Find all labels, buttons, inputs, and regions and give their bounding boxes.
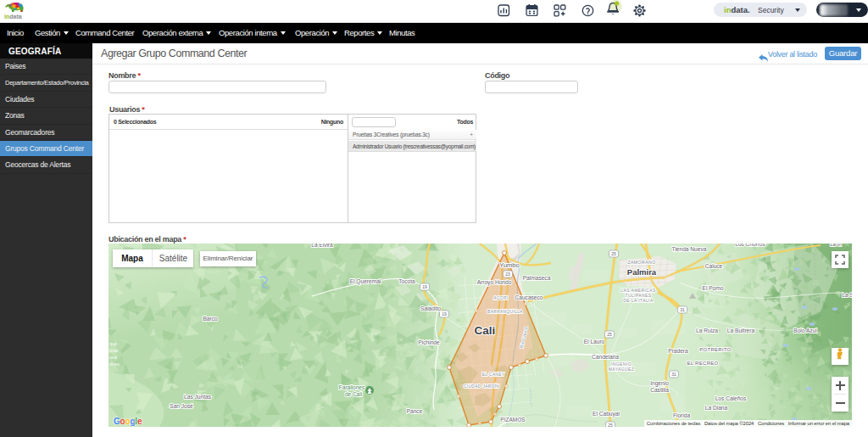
svg-text:Pance: Pance bbox=[407, 408, 423, 414]
svg-text:EL CANEY: EL CANEY bbox=[482, 373, 505, 377]
svg-text:19: 19 bbox=[442, 311, 447, 317]
svg-text:Los Chorros: Los Chorros bbox=[735, 244, 765, 247]
svg-text:31: 31 bbox=[671, 372, 676, 377]
svg-text:POTRERITO: POTRERITO bbox=[699, 347, 732, 352]
svg-text:25: 25 bbox=[607, 332, 612, 337]
svg-text:ural: ural bbox=[109, 355, 117, 360]
svg-text:23: 23 bbox=[505, 272, 510, 277]
svg-text:Tienda Nueva: Tienda Nueva bbox=[672, 246, 707, 252]
svg-text:La Ruiza: La Ruiza bbox=[696, 328, 718, 333]
svg-text:CIUDAD JARDÍN: CIUDAD JARDÍN bbox=[464, 384, 499, 389]
svg-text:Saladito: Saladito bbox=[420, 305, 441, 311]
svg-text:BARRANQUILLA: BARRANQUILLA bbox=[487, 310, 523, 314]
svg-text:ACOPI: ACOPI bbox=[494, 296, 509, 300]
svg-text:PIZAMOS: PIZAMOS bbox=[500, 417, 526, 423]
svg-text:Farallones: Farallones bbox=[339, 384, 365, 390]
svg-text:Bolo Azul: Bolo Azul bbox=[793, 328, 817, 333]
svg-text:indata: indata bbox=[4, 14, 22, 20]
svg-text:ones: ones bbox=[109, 361, 120, 367]
svg-text:Palmira: Palmira bbox=[627, 267, 657, 277]
svg-text:El Cabuyal: El Cabuyal bbox=[593, 411, 620, 417]
svg-text:La Elvira: La Elvira bbox=[311, 244, 333, 248]
svg-text:La Vi: La Vi bbox=[830, 244, 842, 247]
svg-text:de Cali: de Cali bbox=[345, 391, 362, 397]
svg-text:El Queremal: El Queremal bbox=[350, 278, 381, 285]
svg-text:DE LA ITALIA: DE LA ITALIA bbox=[623, 298, 654, 303]
svg-text:Pichinde: Pichinde bbox=[418, 339, 440, 345]
svg-text:La Diana: La Diana bbox=[705, 405, 728, 411]
svg-text:El Lauro: El Lauro bbox=[584, 339, 605, 345]
svg-text:El Pomo: El Pomo bbox=[703, 285, 724, 291]
svg-text:25: 25 bbox=[611, 251, 616, 256]
svg-text:ZAMORANO: ZAMORANO bbox=[627, 260, 655, 265]
svg-text:25: 25 bbox=[608, 423, 613, 427]
svg-text:Yumbo: Yumbo bbox=[499, 261, 519, 269]
svg-text:Los Caleños: Los Caleños bbox=[715, 395, 747, 401]
svg-text:Cali: Cali bbox=[475, 324, 496, 337]
svg-text:Caluce: Caluce bbox=[705, 263, 723, 269]
svg-text:19: 19 bbox=[422, 284, 427, 289]
svg-text:MAYAGÜEZ: MAYAGÜEZ bbox=[609, 367, 635, 372]
svg-text:San José: San José bbox=[170, 403, 193, 409]
svg-text:La S: La S bbox=[842, 292, 852, 298]
svg-text:onal: onal bbox=[109, 348, 118, 353]
svg-text:Tocota: Tocota bbox=[398, 278, 415, 284]
svg-text:Arroyo Hondo: Arroyo Hondo bbox=[477, 279, 512, 286]
svg-text:que: que bbox=[109, 341, 117, 346]
svg-text:Palmaseca: Palmaseca bbox=[523, 275, 551, 281]
svg-text:31: 31 bbox=[680, 307, 685, 312]
svg-text:La Buitrera: La Buitrera bbox=[727, 328, 755, 333]
svg-text:Las Juntas: Las Juntas bbox=[184, 394, 212, 400]
svg-text:Candelaria: Candelaria bbox=[592, 354, 619, 360]
svg-text:Florida: Florida bbox=[673, 412, 690, 418]
svg-text:Castilla: Castilla bbox=[650, 387, 669, 393]
svg-text:Pradera: Pradera bbox=[668, 348, 688, 354]
svg-text:Caucaseco: Caucaseco bbox=[515, 294, 543, 300]
svg-text:EL RECREO: EL RECREO bbox=[687, 361, 718, 366]
svg-text:Ingenio: Ingenio bbox=[650, 380, 669, 387]
svg-text:Barco: Barco bbox=[203, 316, 218, 322]
